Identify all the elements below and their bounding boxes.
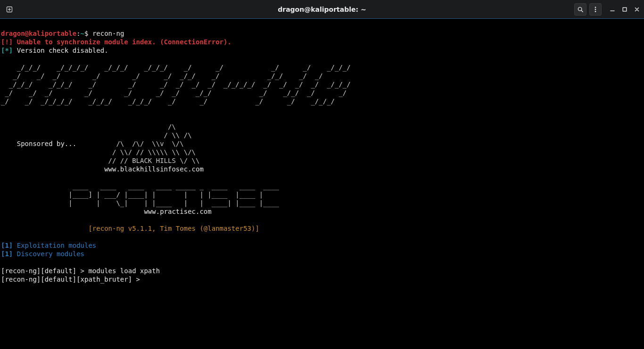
shell-line-2: [recon-ng][default][xpath_bruter] > [1, 276, 144, 283]
titlebar: dragon@kaliportable: ~ [0, 0, 644, 19]
menu-button[interactable] [589, 3, 602, 16]
window-title: dragon@kaliportable: ~ [278, 6, 366, 13]
sponsor-label: Sponsored by... [1, 140, 76, 147]
entered-command: recon-ng [92, 30, 124, 37]
error-msg: Unable to synchronize module index. (Con… [13, 38, 231, 46]
maximize-button[interactable] [621, 6, 628, 13]
practisec-site: www.practisec.com [1, 208, 212, 215]
sponsor-block: /\ / \\ /\ Sponsored by... /\ /\/ \\v \/… [1, 123, 204, 173]
disc-text: Discovery modules [13, 250, 84, 258]
titlebar-left [4, 4, 15, 15]
minimize-button[interactable] [609, 6, 616, 13]
disc-tag: [1] [1, 250, 13, 258]
prompt-line: dragon@kaliportable:~$ recon-ng [1, 30, 124, 37]
search-button[interactable] [574, 3, 586, 16]
info-line: [*] Version check disabled. [1, 47, 108, 54]
exploitation-modules-line: [1] Exploitation modules [1, 242, 96, 249]
window-controls [609, 6, 640, 13]
error-tag: [!] [1, 38, 13, 46]
close-button[interactable] [634, 6, 640, 13]
shell-line-1: [recon-ng][default] > modules load xpath [1, 267, 160, 275]
practisec-art: ____ ____ ____ ____ _____ _ ____ ____ __… [1, 182, 279, 207]
sponsor-art-top: /\ / \\ /\ [1, 123, 192, 139]
prompt-userhost: dragon@kaliportable [1, 30, 76, 37]
prompt-sep: : [76, 30, 80, 37]
version-line: [recon-ng v5.1.1, Tim Tomes (@lanmaster5… [1, 225, 259, 232]
ascii-banner-recon-ng: _/_/_/ _/_/_/_/ _/_/_/ _/_/_/ _/ _/ _/ _… [1, 64, 351, 105]
svg-point-2 [595, 7, 596, 8]
exp-text: Exploitation modules [13, 242, 96, 249]
svg-point-3 [595, 8, 596, 10]
discovery-modules-line: [1] Discovery modules [1, 250, 84, 258]
info-tag: [*] [1, 47, 13, 54]
svg-rect-5 [623, 8, 627, 11]
prompt-path: ~ [81, 30, 84, 37]
new-tab-icon[interactable] [4, 4, 15, 15]
sponsor-site: www.blackhillsinfosec.com [1, 165, 204, 173]
error-line: [!] Unable to synchronize module index. … [1, 38, 231, 46]
exp-tag: [1] [1, 242, 13, 249]
titlebar-right [574, 3, 640, 16]
terminal-body[interactable]: dragon@kaliportable:~$ recon-ng [!] Unab… [0, 19, 644, 284]
svg-point-4 [595, 10, 596, 12]
info-msg: Version check disabled. [13, 47, 108, 54]
